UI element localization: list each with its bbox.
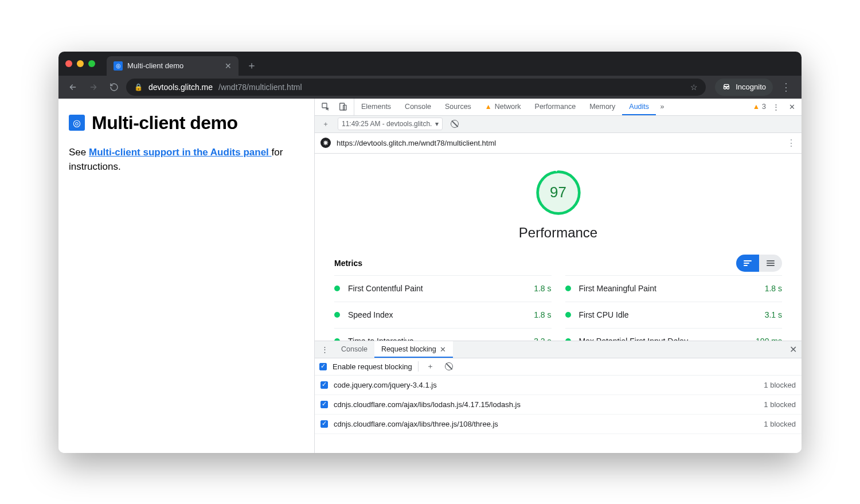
metric-value: 1.8 s <box>765 284 782 293</box>
reload-button[interactable] <box>105 79 123 96</box>
url-path: /wndt78/multiclient.html <box>218 83 302 92</box>
block-row-checkbox[interactable] <box>320 401 328 408</box>
devtools-panel: Elements Console Sources ▲Network Perfor… <box>315 99 802 453</box>
expanded-lines-icon <box>767 260 775 266</box>
devtools-tabs: Elements Console Sources ▲Network Perfor… <box>315 99 802 116</box>
clear-audits-button[interactable] <box>448 118 461 130</box>
warning-icon: ▲ <box>753 103 760 111</box>
metric-name: First Meaningful Paint <box>579 284 656 293</box>
back-button[interactable] <box>64 79 81 96</box>
enable-blocking-checkbox[interactable] <box>319 363 327 370</box>
window-controls <box>65 52 107 76</box>
clear-patterns-button[interactable] <box>443 360 455 373</box>
maximize-window-button[interactable] <box>88 60 95 67</box>
tab-title: Multi-client demo <box>127 61 183 70</box>
metrics-view-expanded-button[interactable] <box>759 255 782 272</box>
more-tabs-button[interactable]: » <box>656 100 669 113</box>
new-audit-button[interactable]: ＋ <box>319 118 332 130</box>
audit-url-row: ⛯ https://devtools.glitch.me/wndt78/mult… <box>315 133 802 154</box>
tab-strip: ◎ Multi-client demo ✕ ＋ <box>58 52 802 76</box>
chevron-down-icon: ▾ <box>435 120 439 128</box>
gauge: 97 <box>534 169 583 217</box>
minimize-window-button[interactable] <box>77 60 84 67</box>
add-pattern-button[interactable]: ＋ <box>424 360 437 373</box>
metrics-view-toggle <box>736 255 782 272</box>
incognito-indicator[interactable]: Incognito <box>715 79 773 96</box>
tab-console[interactable]: Console <box>398 99 438 115</box>
tab-elements[interactable]: Elements <box>354 99 398 115</box>
device-toolbar-button[interactable] <box>337 100 349 113</box>
audit-run-select[interactable]: 11:49:25 AM - devtools.glitch. ▾ <box>338 118 443 130</box>
reload-icon <box>110 83 119 92</box>
metric-row: Time to Interactive3.2 s <box>334 328 552 341</box>
block-row[interactable]: code.jquery.com/jquery-3.4.1.js 1 blocke… <box>315 376 802 395</box>
ban-icon <box>451 120 459 128</box>
separator <box>418 361 419 372</box>
browser-tab[interactable]: ◎ Multi-client demo ✕ <box>107 56 239 76</box>
metrics-header: Metrics <box>315 255 802 272</box>
close-tab-button[interactable]: ✕ <box>225 61 232 71</box>
tab-performance[interactable]: Performance <box>528 99 583 115</box>
device-icon <box>338 102 347 111</box>
metrics-col-left: First Contentful Paint1.8 s Speed Index1… <box>334 275 552 341</box>
warnings-badge[interactable]: ▲3 <box>753 103 766 111</box>
new-tab-button[interactable]: ＋ <box>239 58 264 76</box>
status-dot-icon <box>334 286 340 291</box>
audit-report[interactable]: 97 Performance Metrics <box>315 154 802 341</box>
metric-row: Speed Index1.8 s <box>334 302 552 328</box>
metrics-grid: First Contentful Paint1.8 s Speed Index1… <box>315 275 802 341</box>
metrics-label: Metrics <box>334 259 362 268</box>
tab-sources[interactable]: Sources <box>438 99 478 115</box>
browser-menu-button[interactable]: ⋮ <box>776 81 796 93</box>
close-drawer-tab-button[interactable]: ✕ <box>440 345 446 354</box>
close-window-button[interactable] <box>65 60 72 67</box>
page-header: ◎ Multi-client demo <box>69 112 304 134</box>
block-row[interactable]: cdnjs.cloudflare.com/ajax/libs/three.js/… <box>315 415 802 434</box>
warnings-count: 3 <box>762 103 766 111</box>
warning-icon: ▲ <box>485 103 492 111</box>
tab-memory[interactable]: Memory <box>583 99 622 115</box>
devtools-menu-button[interactable]: ⋮ <box>769 100 782 113</box>
block-row-checkbox[interactable] <box>320 381 328 389</box>
inspect-element-button[interactable] <box>319 100 332 113</box>
page-logo-icon: ◎ <box>69 115 85 131</box>
browser-window: ◎ Multi-client demo ✕ ＋ 🔒 devtools.glitc… <box>58 52 802 453</box>
status-dot-icon <box>334 312 340 318</box>
blocking-toolbar: Enable request blocking ＋ <box>315 358 802 376</box>
inspect-icon <box>321 102 330 111</box>
metric-value: 1.8 s <box>534 310 551 319</box>
drawer-tabs: ⋮ Console Request blocking ✕ ✕ <box>315 341 802 358</box>
tab-audits[interactable]: Audits <box>622 99 656 115</box>
drawer-close-button[interactable]: ✕ <box>789 344 797 355</box>
gauge-label: Performance <box>519 225 597 241</box>
block-pattern: cdnjs.cloudflare.com/ajax/libs/three.js/… <box>334 420 498 428</box>
metrics-view-compact-button[interactable] <box>736 255 759 272</box>
arrow-right-icon <box>89 83 98 92</box>
metric-name: Speed Index <box>348 310 393 319</box>
arrow-left-icon <box>68 83 77 92</box>
page-body: See Multi-client support in the Audits p… <box>69 145 304 174</box>
tab-network-label: Network <box>495 103 521 111</box>
block-list[interactable]: code.jquery.com/jquery-3.4.1.js 1 blocke… <box>315 376 802 453</box>
performance-gauge: 97 Performance <box>315 164 802 255</box>
forward-button[interactable] <box>85 79 102 96</box>
metric-row: Max Potential First Input Delay100 ms <box>565 328 783 341</box>
drawer-tab-console[interactable]: Console <box>334 341 374 358</box>
bookmark-button[interactable]: ☆ <box>690 83 698 92</box>
devtools-close-button[interactable]: ✕ <box>785 100 798 113</box>
page-body-link[interactable]: Multi-client support in the Audits panel <box>89 147 272 158</box>
tab-network[interactable]: ▲Network <box>478 99 528 115</box>
page-title: Multi-client demo <box>92 112 238 134</box>
page-body-text: See <box>69 147 89 158</box>
audit-url: https://devtools.glitch.me/wndt78/multic… <box>337 139 496 147</box>
block-row[interactable]: cdnjs.cloudflare.com/ajax/libs/lodash.js… <box>315 395 802 415</box>
report-menu-button[interactable]: ⋮ <box>787 138 796 149</box>
drawer-tab-label: Request blocking <box>381 345 436 353</box>
block-row-checkbox[interactable] <box>320 420 328 428</box>
block-count: 1 blocked <box>764 420 796 428</box>
block-pattern: cdnjs.cloudflare.com/ajax/libs/lodash.js… <box>334 400 521 409</box>
drawer-tab-request-blocking[interactable]: Request blocking ✕ <box>374 341 453 358</box>
address-bar[interactable]: 🔒 devtools.glitch.me/wndt78/multiclient.… <box>126 79 706 96</box>
lighthouse-icon: ⛯ <box>320 138 331 148</box>
drawer-menu-button[interactable]: ⋮ <box>318 343 331 355</box>
